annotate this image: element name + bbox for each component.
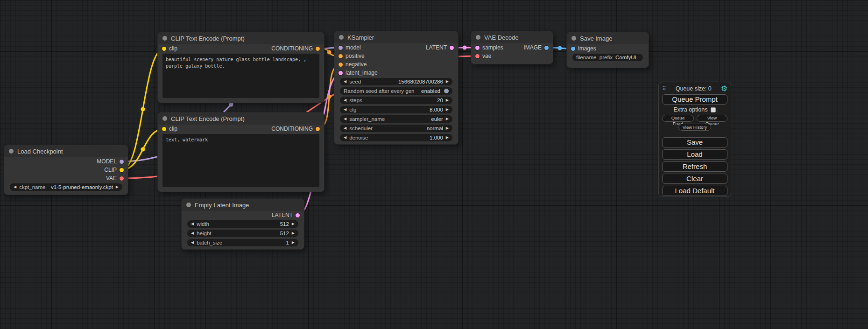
node-title-bar[interactable]: CLIP Text Encode (Prompt) — [158, 112, 324, 125]
decrement-arrow-icon[interactable]: ◀ — [344, 108, 346, 112]
slot-dot-model[interactable] — [339, 46, 343, 50]
widget-denoise[interactable]: ◀ denoise 1.000 ▶ — [340, 134, 452, 141]
node-save-image[interactable]: Save Image images filename_prefix ComfyU… — [566, 32, 649, 68]
node-title-bar[interactable]: Save Image — [567, 32, 649, 44]
input-slot-samples[interactable]: samples — [475, 44, 503, 51]
node-title-bar[interactable]: CLIP Text Encode (Prompt) — [158, 32, 324, 44]
slot-dot-conditioning[interactable] — [316, 127, 320, 131]
node-title-bar[interactable]: Load Checkpoint — [4, 145, 128, 157]
negative-prompt-textarea[interactable]: text, watermark — [162, 134, 319, 187]
slot-dot-clip[interactable] — [162, 127, 166, 131]
node-vae-decode[interactable]: VAE Decode samples IMAGE vae — [471, 31, 553, 64]
decrement-arrow-icon[interactable]: ◀ — [191, 222, 194, 226]
decrement-arrow-icon[interactable]: ◀ — [344, 80, 346, 84]
increment-arrow-icon[interactable]: ▶ — [446, 98, 449, 102]
widget-scheduler[interactable]: ◀ scheduler normal ▶ — [340, 125, 452, 132]
collapse-toggle-icon[interactable] — [9, 149, 14, 154]
node-title-bar[interactable]: KSampler — [334, 31, 458, 43]
input-slot-vae[interactable]: vae — [475, 53, 491, 59]
increment-arrow-icon[interactable]: ▶ — [116, 185, 119, 189]
slot-dot-conditioning[interactable] — [316, 47, 320, 51]
widget-filename-prefix[interactable]: filename_prefix ComfyUI — [572, 54, 643, 61]
queue-prompt-button[interactable]: Queue Prompt — [662, 94, 727, 105]
output-slot-clip[interactable]: CLIP — [104, 167, 124, 173]
decrement-arrow-icon[interactable]: ◀ — [344, 98, 346, 102]
slot-dot-vae[interactable] — [120, 176, 124, 181]
clear-button[interactable]: Clear — [662, 174, 727, 184]
decrement-arrow-icon[interactable]: ◀ — [191, 231, 194, 235]
increment-arrow-icon[interactable]: ▶ — [446, 136, 449, 140]
refresh-button[interactable]: Refresh — [662, 161, 727, 172]
input-slot-images[interactable]: images — [571, 45, 596, 52]
save-button[interactable]: Save — [662, 137, 727, 147]
widget-batch-size[interactable]: ◀ batch_size 1 ▶ — [187, 239, 298, 246]
increment-arrow-icon[interactable]: ▶ — [292, 231, 295, 235]
slot-dot-vae[interactable] — [475, 54, 480, 58]
increment-arrow-icon[interactable]: ▶ — [292, 222, 295, 226]
input-slot-clip[interactable]: clip — [162, 126, 177, 132]
input-slot-model[interactable]: model — [339, 44, 361, 51]
slot-dot-images[interactable] — [571, 47, 575, 51]
slot-dot-clip[interactable] — [162, 47, 166, 51]
increment-arrow-icon[interactable]: ▶ — [446, 117, 449, 121]
node-load-checkpoint[interactable]: Load Checkpoint MODEL CLIP VAE ◀ ckpt_na… — [4, 145, 128, 195]
widget-ckpt-name[interactable]: ◀ ckpt_name v1-5-pruned-emaonly.ckpt ▶ — [10, 183, 122, 191]
input-slot-positive[interactable]: positive — [339, 53, 365, 59]
slot-dot-positive[interactable] — [339, 54, 343, 58]
widget-cfg[interactable]: ◀ cfg 8.000 ▶ — [340, 106, 452, 113]
decrement-arrow-icon[interactable]: ◀ — [191, 241, 194, 245]
increment-arrow-icon[interactable]: ▶ — [446, 80, 449, 84]
collapse-toggle-icon[interactable] — [339, 35, 344, 40]
decrement-arrow-icon[interactable]: ◀ — [344, 117, 346, 121]
view-history-button[interactable]: View History — [678, 124, 712, 131]
view-queue-button[interactable]: View Queue — [697, 115, 727, 122]
slot-dot-negative[interactable] — [339, 63, 343, 67]
widget-steps[interactable]: ◀ steps 20 ▶ — [340, 97, 452, 104]
input-slot-latent-image[interactable]: latent_image — [339, 70, 378, 76]
drag-handle-icon[interactable]: ⠿ — [662, 85, 666, 92]
widget-random-seed-toggle[interactable]: Random seed after every gen enabled — [340, 87, 452, 95]
output-slot-latent[interactable]: LATENT — [272, 212, 300, 218]
load-button[interactable]: Load — [662, 149, 727, 160]
increment-arrow-icon[interactable]: ▶ — [446, 108, 449, 112]
increment-arrow-icon[interactable]: ▶ — [446, 126, 449, 130]
increment-arrow-icon[interactable]: ▶ — [292, 241, 295, 245]
decrement-arrow-icon[interactable]: ◀ — [344, 126, 346, 130]
node-empty-latent-image[interactable]: Empty Latent Image LATENT ◀ width 512 ▶ … — [181, 198, 304, 250]
positive-prompt-textarea[interactable]: beautiful scenery nature glass bottle la… — [162, 54, 319, 98]
load-default-button[interactable]: Load Default — [662, 186, 727, 196]
slot-dot-model[interactable] — [120, 160, 124, 164]
node-title-bar[interactable]: VAE Decode — [471, 31, 553, 43]
output-slot-vae[interactable]: VAE — [106, 175, 124, 182]
widget-seed[interactable]: ◀ seed 156680208700286 ▶ — [340, 78, 452, 85]
collapse-toggle-icon[interactable] — [186, 203, 191, 207]
input-slot-clip[interactable]: clip — [162, 45, 177, 52]
output-slot-conditioning[interactable]: CONDITIONING — [271, 126, 320, 132]
slot-dot-image[interactable] — [544, 46, 549, 50]
decrement-arrow-icon[interactable]: ◀ — [344, 136, 346, 140]
input-slot-negative[interactable]: negative — [339, 61, 367, 68]
node-clip-text-encode-positive[interactable]: CLIP Text Encode (Prompt) clip CONDITION… — [157, 32, 325, 103]
slot-dot-clip[interactable] — [120, 168, 124, 172]
output-slot-latent[interactable]: LATENT — [426, 44, 454, 51]
slot-dot-latent[interactable] — [450, 46, 454, 50]
collapse-toggle-icon[interactable] — [476, 35, 480, 40]
collapse-toggle-icon[interactable] — [162, 116, 167, 121]
decrement-arrow-icon[interactable]: ◀ — [14, 185, 16, 189]
node-ksampler[interactable]: KSampler model LATENT positive negative … — [334, 31, 459, 145]
output-slot-conditioning[interactable]: CONDITIONING — [271, 45, 320, 52]
output-slot-image[interactable]: IMAGE — [523, 44, 549, 51]
extra-options-checkbox[interactable] — [711, 107, 716, 112]
widget-height[interactable]: ◀ height 512 ▶ — [187, 230, 298, 237]
collapse-toggle-icon[interactable] — [572, 36, 576, 41]
settings-gear-icon[interactable]: ⚙ — [721, 85, 727, 92]
node-title-bar[interactable]: Empty Latent Image — [182, 199, 304, 211]
slot-dot-samples[interactable] — [475, 46, 480, 50]
collapse-toggle-icon[interactable] — [162, 36, 167, 41]
node-clip-text-encode-negative[interactable]: CLIP Text Encode (Prompt) clip CONDITION… — [157, 112, 325, 192]
queue-front-button[interactable]: Queue Front — [662, 115, 694, 122]
slot-dot-latent-image[interactable] — [339, 71, 343, 75]
output-slot-model[interactable]: MODEL — [97, 158, 124, 165]
slot-dot-latent[interactable] — [296, 213, 300, 217]
widget-sampler-name[interactable]: ◀ sampler_name euler ▶ — [340, 115, 452, 123]
